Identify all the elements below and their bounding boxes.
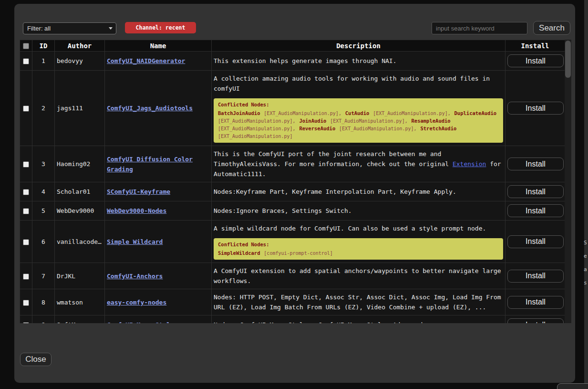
row-description: Nodes:Ignore Braces, Settings Switch. [212,201,505,221]
table-row: 5 WebDev9000 WebDev9000-Nodes Nodes:Igno… [20,201,565,221]
close-button[interactable]: Close [20,353,52,366]
extension-name-link[interactable]: WebDev9000-Nodes [107,207,166,214]
install-button[interactable]: Install [507,318,564,323]
conflict-title: Conflicted Nodes: [218,101,499,108]
conflict-node-name: StretchAudio [420,126,456,131]
header-description: Description [212,40,505,52]
row-author: bedovyy [55,52,105,71]
conflict-items: SimpleWildcard [comfyui-prompt-control] [218,249,499,257]
edge-text-fragment: S [584,240,587,246]
row-author: Haoming02 [55,146,105,182]
row-description: This extension helps generate images thr… [212,52,505,71]
extension-name-link[interactable]: ComfyUI-Anchors [107,273,163,280]
row-checkbox[interactable] [23,239,29,245]
extension-name-link[interactable]: ComfyUI_Jags_Audiotools [107,105,193,112]
extensions-table-wrap: ID Author Name Description Install 1 bed… [20,40,571,323]
table-row: 4 Scholar01 SComfyUI-Keyframe Nodes:Keyf… [20,182,565,201]
row-checkbox[interactable] [23,273,29,280]
row-checkbox[interactable] [23,58,29,64]
row-description: This is the ComfyUI port of the joint re… [212,146,505,182]
conflict-node-name: ReverseAudio [299,126,335,131]
extensions-table: ID Author Name Description Install 1 bed… [20,40,565,323]
filter-select[interactable]: Filter: all [23,22,116,34]
conflict-node-source: [EXT_AudioManipulation.py] [218,134,293,139]
conflict-node-name: BatchJoinAudio [218,110,260,116]
table-row: 8 wmatson easy-comfy-nodes Nodes: HTTP P… [20,289,565,315]
row-description: A ComfyUI extension to add spatial ancho… [212,263,505,289]
search-input[interactable] [432,22,527,34]
page-edge-strip [584,0,588,389]
install-button[interactable]: Install [507,185,564,198]
conflict-node-source: [EXT_AudioManipulation.py], [373,111,451,116]
install-button[interactable]: Install [507,204,564,217]
install-button[interactable]: Install [507,270,564,283]
row-checkbox[interactable] [23,105,29,112]
filter-select-wrap: Filter: all [23,22,116,34]
install-button[interactable]: Install [507,158,564,170]
edge-text-fragment: s [584,280,587,286]
row-author: DrJKL [55,263,105,289]
extension-name-link[interactable]: SComfyUI-Keyframe [107,188,170,195]
header-install: Install [505,40,565,52]
select-all-checkbox[interactable] [23,43,29,49]
install-button[interactable]: Install [507,296,564,309]
conflict-node-name: DuplicateAudio [454,110,497,116]
conflicted-nodes-box: Conflicted Nodes: SimpleWildcard [comfyu… [214,238,503,260]
conflict-node-source: [EXT_AudioManipulation.py], [218,126,296,131]
description-text: A simple wildcard node for ComfyUI. Can … [214,223,503,233]
header-name: Name [105,40,212,52]
row-author: wmatson [55,289,105,315]
install-button[interactable]: Install [507,54,564,67]
row-id: 3 [32,146,55,182]
table-row: 1 bedovyy ComfyUI_NAIDGenerator This ext… [20,52,565,71]
conflict-node-source: [EXT_AudioManipulation.py], [264,111,341,116]
row-description: Nodes: HTTP POST, Empty Dict, Assoc Str,… [212,289,505,315]
extension-name-link[interactable]: ComfyUI_Mexx_Styler [107,321,178,323]
extension-name-link[interactable]: ComfyUI_NAIDGenerator [107,57,185,64]
row-author: vanillacode314 [55,221,105,263]
table-row: 3 Haoming02 ComfyUI Diffusion Color Grad… [20,146,565,182]
row-description: Nodes: ComfyUI Mexx Styler, ComfyUI Mexx… [212,315,505,324]
edge-text-fragment: e [584,253,587,259]
install-button[interactable]: Install [507,102,564,115]
row-author: SoftMeng [55,315,105,324]
conflict-node-name: ResampleAudio [412,118,451,124]
table-row: 9 SoftMeng ComfyUI_Mexx_Styler Nodes: Co… [20,315,565,324]
conflict-node-name: SimpleWildcard [218,250,260,256]
conflict-node-name: JoinAudio [299,118,326,124]
row-id: 6 [32,221,55,263]
row-author: jags111 [55,71,105,146]
row-checkbox[interactable] [23,189,29,195]
row-id: 4 [32,182,55,201]
row-id: 5 [32,201,55,221]
row-author: Scholar01 [55,182,105,201]
row-checkbox[interactable] [23,208,29,214]
table-row: 2 jags111 ComfyUI_Jags_Audiotools A coll… [20,71,565,146]
row-checkbox[interactable] [23,161,29,168]
description-extension-link[interactable]: Extension [453,160,486,168]
row-description: A simple wildcard node for ComfyUI. Can … [212,221,505,263]
header-author: Author [55,40,105,52]
conflicted-nodes-box: Conflicted Nodes: BatchJoinAudio [EXT_Au… [214,98,503,143]
row-description: Nodes:Keyframe Part, Keyframe Interpolat… [212,182,505,201]
row-description: A collection amazing audio tools for wor… [212,71,505,146]
table-scrollbar-track[interactable] [565,40,571,323]
row-id: 9 [32,315,55,324]
page-background: Filter: all Channel: recent Search ID Au… [0,0,588,389]
extension-name-link[interactable]: ComfyUI Diffusion Color Grading [107,156,193,173]
table-row: 7 DrJKL ComfyUI-Anchors A ComfyUI extens… [20,263,565,289]
channel-badge[interactable]: Channel: recent [125,22,196,33]
row-id: 1 [32,52,55,71]
partial-corner-button[interactable] [557,383,588,389]
extension-name-link[interactable]: easy-comfy-nodes [107,299,166,306]
extension-name-link[interactable]: Simple Wildcard [107,238,163,245]
conflict-node-source: [EXT_AudioManipulation.py], [218,118,296,124]
table-header-row: ID Author Name Description Install [20,40,565,52]
row-checkbox[interactable] [23,300,29,306]
conflict-node-name: CutAudio [345,110,370,116]
search-button[interactable]: Search [533,21,570,35]
table-scrollbar-thumb[interactable] [565,41,571,78]
row-checkbox[interactable] [23,322,29,323]
install-button[interactable]: Install [507,235,564,248]
conflict-items: BatchJoinAudio [EXT_AudioManipulation.py… [218,109,499,140]
